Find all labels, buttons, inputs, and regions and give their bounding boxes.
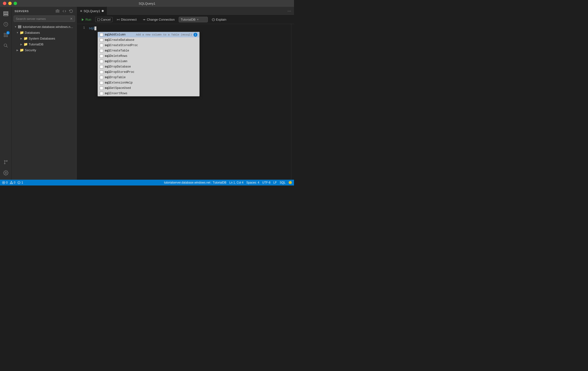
explain-label: Explain (216, 18, 227, 21)
status-bar-right: tutorialserver.database.windows.net : Tu… (164, 181, 292, 184)
sidebar-item-settings[interactable] (1, 168, 11, 178)
close-button[interactable] (3, 2, 6, 5)
line-numbers: 1 (77, 24, 87, 180)
status-position[interactable]: Ln 1, Col 4 (230, 181, 243, 184)
tree-item-databases[interactable]: ▼ 📁 Databases (12, 30, 77, 35)
server-info: tutorialserver.database.windows.net : Tu… (164, 181, 227, 184)
status-language[interactable]: SQL (280, 181, 285, 184)
tab-bar: ≡ SQLQuery1 ··· (77, 7, 294, 15)
disconnect-label: Disconnect (121, 18, 136, 21)
tree-item-tutorialdb[interactable]: ▶ 📁 TutorialDB (12, 41, 77, 47)
explain-button[interactable]: Explain (210, 17, 229, 22)
autocomplete-item-droptable[interactable]: sqlDropTable (98, 75, 199, 80)
cancel-button[interactable]: Cancel (95, 17, 113, 22)
warning-count: 0 (14, 181, 16, 184)
svg-point-8 (4, 163, 5, 164)
autocomplete-item-deleterows[interactable]: sqlDeleteRows (98, 53, 199, 59)
titlebar-buttons (3, 2, 17, 5)
run-icon (81, 18, 84, 21)
chevron-right-icon: ▶ (16, 48, 20, 52)
servers-icon (3, 11, 9, 16)
ac-checkbox (100, 44, 103, 47)
minimize-button[interactable] (8, 2, 12, 5)
text-cursor (94, 26, 96, 30)
status-encoding[interactable]: UTF-8 (262, 181, 271, 184)
ac-description: Add a new column to a Table (mssql) (136, 33, 192, 36)
maximize-button[interactable] (14, 2, 17, 5)
language-info: SQL (280, 181, 285, 184)
status-bar: 0 0 1 tutorialserver.database.windows.ne… (0, 180, 294, 186)
status-line-ending[interactable]: LF (273, 181, 277, 184)
status-infos[interactable]: 1 (17, 181, 23, 184)
folder-icon: 📁 (20, 30, 24, 35)
status-errors[interactable]: 0 (2, 181, 8, 184)
search-box: ✕ (14, 16, 75, 22)
svg-rect-10 (56, 10, 59, 11)
code-area[interactable]: sql sqlAddColumn Add a new column to a T… (87, 24, 291, 180)
warning-icon (10, 181, 13, 184)
svg-line-5 (6, 46, 8, 47)
ac-item-label: sqlCreateDatabase (105, 38, 197, 42)
search-icon (3, 43, 9, 48)
search-input[interactable] (16, 17, 70, 21)
autocomplete-item-getspace[interactable]: sqlGetSpaceUsed (98, 85, 199, 91)
autocomplete-item-dropdb[interactable]: sqlDropDatabase (98, 64, 199, 69)
ac-info-icon: i (193, 33, 197, 37)
status-smiley[interactable]: 🙂 (288, 181, 292, 184)
status-warnings[interactable]: 0 (10, 181, 16, 184)
sidebar-item-servers[interactable] (1, 9, 11, 19)
file-icon: ≡ (80, 9, 82, 13)
autocomplete-item-dropsp[interactable]: sqlDropStoredProc (98, 69, 199, 75)
tree-item-security[interactable]: ▶ 📁 Security (12, 47, 77, 53)
sidebar-item-search[interactable] (1, 41, 11, 51)
chevron-down-icon: ▼ (197, 18, 199, 21)
autocomplete-item-dropcol[interactable]: sqlDropColumn (98, 59, 199, 64)
autocomplete-item-exthelp[interactable]: sqlExtensionHelp (98, 80, 199, 85)
autocomplete-item-createtable[interactable]: sqlCreateTable (98, 48, 199, 53)
server-icon (18, 24, 22, 29)
activity-bar: 1 (0, 7, 12, 180)
ac-checkbox (100, 76, 103, 79)
code-keyword: sql (89, 26, 94, 31)
sidebar-item-connections[interactable] (1, 20, 11, 29)
database-name: TutorialDB (181, 18, 196, 21)
change-connection-icon (143, 18, 146, 21)
extensions-badge: 1 (6, 31, 10, 34)
tree-item-server[interactable]: ▼ tutorialserver.database.windows.n... (12, 24, 77, 30)
database-selector[interactable]: TutorialDB ▼ (179, 17, 208, 22)
new-server-button[interactable] (55, 9, 61, 14)
collapse-all-button[interactable] (62, 9, 67, 14)
status-spaces[interactable]: Spaces: 4 (246, 181, 259, 184)
editor-scrollbar[interactable] (291, 24, 294, 180)
autocomplete-item-addcolumn[interactable]: sqlAddColumn Add a new column to a Table… (98, 32, 199, 37)
tree-item-system-databases[interactable]: ▶ 📁 System Databases (12, 35, 77, 41)
folder-icon: 📁 (23, 36, 28, 41)
sidebar-item-git[interactable] (1, 157, 11, 167)
new-server-icon (56, 9, 60, 13)
autocomplete-item-insertrows[interactable]: sqlInsertRows (98, 91, 199, 96)
git-icon (3, 159, 9, 165)
system-databases-label: System Databases (29, 37, 75, 40)
run-button[interactable]: Run (79, 17, 93, 22)
ac-item-label: sqlAddColumn (105, 33, 135, 36)
ac-item-label: sqlCreateTable (105, 49, 197, 53)
refresh-button[interactable] (68, 9, 74, 14)
search-clear-button[interactable]: ✕ (70, 17, 73, 21)
chevron-right-icon: ▶ (20, 42, 23, 46)
sidebar-item-extensions[interactable]: 1 (1, 30, 11, 40)
change-connection-button[interactable]: Change Connection (141, 17, 177, 22)
tab-sqlquery1[interactable]: ≡ SQLQuery1 (77, 7, 107, 15)
disconnect-button[interactable]: Disconnect (115, 17, 138, 22)
svg-marker-17 (82, 18, 84, 21)
svg-rect-0 (3, 12, 8, 13)
clock-icon (3, 21, 9, 27)
more-tabs-button[interactable]: ··· (284, 9, 294, 14)
activity-bar-bottom (1, 157, 11, 180)
autocomplete-item-createdb[interactable]: sqlCreateDatabase (98, 37, 199, 43)
ac-item-label: sqlDeleteRows (105, 54, 197, 58)
ac-item-label: sqlCreateStoredProc (105, 44, 197, 47)
svg-point-26 (11, 183, 11, 184)
server-label: tutorialserver.database.windows.n... (23, 25, 75, 29)
status-server[interactable]: tutorialserver.database.windows.net : Tu… (164, 181, 227, 184)
autocomplete-item-createsp[interactable]: sqlCreateStoredProc (98, 43, 199, 48)
